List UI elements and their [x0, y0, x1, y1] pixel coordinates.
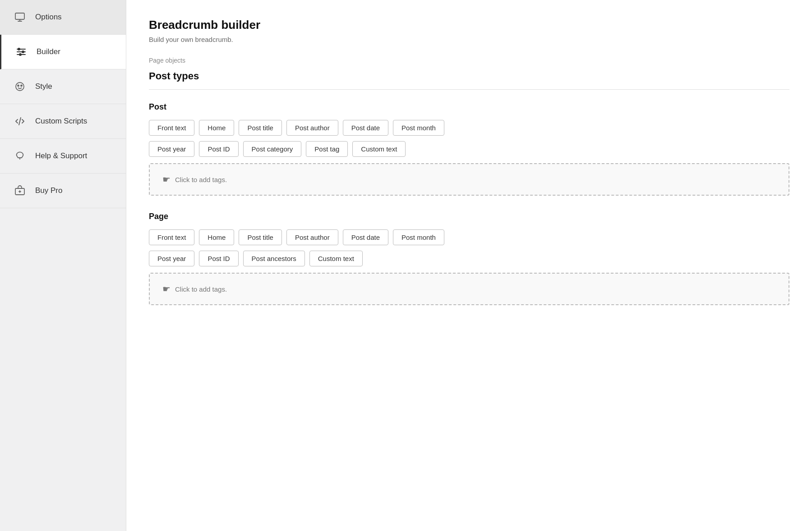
divider [149, 89, 789, 90]
sidebar-item-buy-pro[interactable]: Buy Pro [0, 174, 126, 208]
buy-pro-icon [13, 183, 27, 198]
page-subtitle: Build your own breadcrumb. [149, 36, 789, 43]
sidebar-item-style[interactable]: Style [0, 69, 126, 104]
page-section-title: Page [149, 212, 789, 221]
post-id-btn[interactable]: Post ID [199, 141, 238, 157]
sidebar: Options Builder Style [0, 0, 126, 531]
svg-point-7 [22, 51, 24, 53]
svg-point-6 [18, 48, 20, 50]
sidebar-item-label-style: Style [35, 82, 52, 91]
section-label: Page objects [149, 57, 789, 64]
post-year-btn[interactable]: Post year [149, 141, 194, 157]
post-section: Post Front text Home Post title Post aut… [149, 102, 789, 196]
sidebar-item-label-options: Options [35, 13, 62, 22]
svg-line-12 [19, 118, 21, 125]
post-title-btn[interactable]: Post title [239, 120, 282, 136]
drop-zone-icon: ☛ [162, 174, 171, 185]
svg-rect-0 [15, 13, 24, 19]
page-tags-row-1: Front text Home Post title Post author P… [149, 229, 789, 245]
sidebar-item-label-help-support: Help & Support [35, 151, 87, 160]
page-section: Page Front text Home Post title Post aut… [149, 212, 789, 305]
post-month-btn[interactable]: Post month [393, 120, 444, 136]
page-date-btn[interactable]: Post date [343, 229, 388, 245]
page-home-btn[interactable]: Home [199, 229, 234, 245]
page-drop-zone[interactable]: ☛ Click to add tags. [149, 273, 789, 305]
page-ancestors-btn[interactable]: Post ancestors [243, 251, 305, 266]
sidebar-item-options[interactable]: Options [0, 0, 126, 35]
svg-point-10 [18, 85, 19, 87]
options-icon [13, 10, 27, 24]
sidebar-item-custom-scripts[interactable]: Custom Scripts [0, 104, 126, 139]
sidebar-item-label-buy-pro: Buy Pro [35, 186, 62, 195]
page-year-btn[interactable]: Post year [149, 251, 194, 266]
help-support-icon [13, 149, 27, 163]
page-front-text-btn[interactable]: Front text [149, 229, 194, 245]
sidebar-item-builder[interactable]: Builder [0, 35, 126, 69]
svg-point-9 [16, 82, 24, 91]
builder-icon [14, 45, 28, 59]
custom-scripts-icon [13, 114, 27, 128]
post-drop-zone[interactable]: ☛ Click to add tags. [149, 163, 789, 196]
post-tag-btn[interactable]: Post tag [306, 141, 348, 157]
post-tags-row-2: Post year Post ID Post category Post tag… [149, 141, 789, 157]
post-tags-row-1: Front text Home Post title Post author P… [149, 120, 789, 136]
sidebar-item-label-builder: Builder [37, 47, 60, 56]
svg-point-11 [21, 85, 22, 87]
page-title-btn[interactable]: Post title [239, 229, 282, 245]
page-id-btn[interactable]: Post ID [199, 251, 238, 266]
post-front-text-btn[interactable]: Front text [149, 120, 194, 136]
sidebar-item-help-support[interactable]: Help & Support [0, 139, 126, 174]
page-drop-zone-icon: ☛ [162, 284, 171, 294]
post-types-heading: Post types [149, 70, 789, 82]
post-home-btn[interactable]: Home [199, 120, 234, 136]
main-content: Breadcrumb builder Build your own breadc… [126, 0, 812, 531]
page-custom-text-btn[interactable]: Custom text [309, 251, 363, 266]
post-category-btn[interactable]: Post category [243, 141, 302, 157]
post-date-btn[interactable]: Post date [343, 120, 388, 136]
page-tags-row-2: Post year Post ID Post ancestors Custom … [149, 251, 789, 266]
post-author-btn[interactable]: Post author [286, 120, 338, 136]
style-icon [13, 79, 27, 94]
page-title: Breadcrumb builder [149, 18, 789, 32]
post-custom-text-btn[interactable]: Custom text [352, 141, 406, 157]
page-author-btn[interactable]: Post author [286, 229, 338, 245]
svg-point-8 [19, 54, 21, 55]
page-month-btn[interactable]: Post month [393, 229, 444, 245]
post-section-title: Post [149, 102, 789, 112]
page-drop-zone-text: Click to add tags. [175, 285, 227, 293]
post-drop-zone-text: Click to add tags. [175, 176, 227, 183]
sidebar-item-label-custom-scripts: Custom Scripts [35, 117, 87, 126]
